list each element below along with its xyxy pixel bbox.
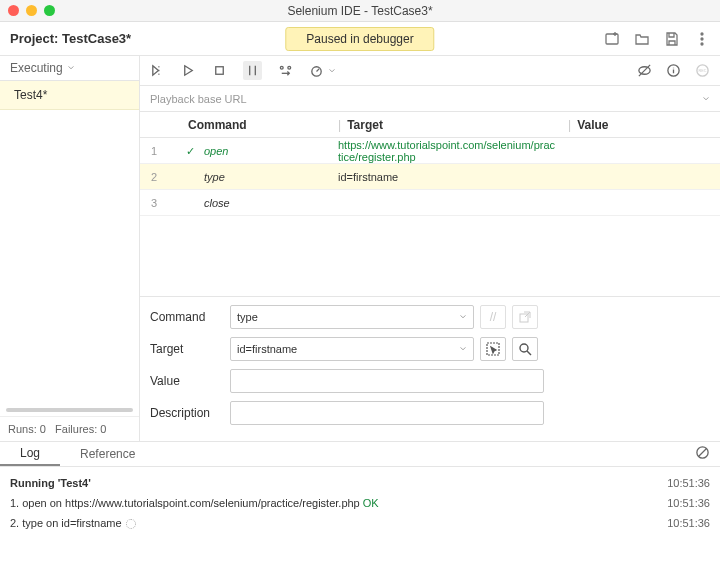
disable-breakpoints-icon[interactable] bbox=[637, 63, 652, 78]
speed-icon[interactable] bbox=[309, 63, 324, 78]
tab-log[interactable]: Log bbox=[0, 442, 60, 466]
chevron-down-icon bbox=[67, 64, 75, 72]
pause-icon[interactable] bbox=[243, 61, 262, 80]
chevron-down-icon bbox=[702, 95, 710, 103]
chevron-down-icon bbox=[328, 67, 336, 75]
svg-point-14 bbox=[520, 344, 528, 352]
steps-table: 1 ✓open https://www.tutorialspoint.com/s… bbox=[140, 138, 720, 216]
run-all-icon[interactable] bbox=[150, 63, 165, 78]
target-select[interactable]: id=firstname bbox=[230, 337, 474, 361]
project-label: Project: TestCase3* bbox=[10, 31, 131, 46]
description-label: Description bbox=[150, 406, 230, 420]
save-project-icon[interactable] bbox=[664, 31, 680, 47]
log-line: 2. type on id=firstname 10:51:36 bbox=[10, 513, 710, 533]
command-label: Command bbox=[150, 310, 230, 324]
log-line: Running 'Test4' 10:51:36 bbox=[10, 473, 710, 493]
chevron-down-icon bbox=[459, 313, 467, 321]
command-form: Command type // Target id=firstname bbox=[140, 296, 720, 441]
svg-point-2 bbox=[701, 38, 703, 40]
column-target: Target bbox=[347, 118, 383, 132]
maximize-window-button[interactable] bbox=[44, 5, 55, 16]
svg-point-5 bbox=[280, 66, 283, 69]
table-header: Command |Target |Value bbox=[140, 112, 720, 138]
test-item[interactable]: Test4* bbox=[0, 81, 139, 110]
toggle-comment-button[interactable]: // bbox=[480, 305, 506, 329]
run-icon[interactable] bbox=[181, 63, 196, 78]
toolbar: REC bbox=[140, 56, 720, 86]
more-menu-icon[interactable] bbox=[694, 31, 710, 47]
clear-log-icon[interactable] bbox=[695, 445, 710, 460]
value-label: Value bbox=[150, 374, 230, 388]
header: Project: TestCase3* Paused in debugger bbox=[0, 22, 720, 56]
executing-label: Executing bbox=[10, 61, 63, 75]
sidebar: Executing Test4* Runs: 0 Failures: 0 bbox=[0, 56, 140, 441]
select-target-button[interactable] bbox=[480, 337, 506, 361]
base-url-input[interactable]: Playback base URL bbox=[140, 86, 720, 112]
runs-count: Runs: 0 bbox=[8, 423, 46, 435]
tab-reference[interactable]: Reference bbox=[60, 442, 155, 466]
svg-text:REC: REC bbox=[699, 69, 707, 73]
step-row[interactable]: 2 type id=firstname bbox=[140, 164, 720, 190]
svg-rect-4 bbox=[216, 67, 224, 75]
window-title: Selenium IDE - TestCase3* bbox=[287, 4, 432, 18]
sidebar-scrollbar[interactable] bbox=[6, 408, 133, 412]
paused-badge: Paused in debugger bbox=[285, 27, 434, 51]
step-row[interactable]: 3 close bbox=[140, 190, 720, 216]
titlebar: Selenium IDE - TestCase3* bbox=[0, 0, 720, 22]
base-url-placeholder: Playback base URL bbox=[150, 93, 247, 105]
log-panel: Running 'Test4' 10:51:36 1. open on http… bbox=[0, 467, 720, 539]
stop-icon[interactable] bbox=[212, 63, 227, 78]
value-input[interactable] bbox=[230, 369, 544, 393]
find-target-button[interactable] bbox=[512, 337, 538, 361]
svg-point-1 bbox=[701, 33, 703, 35]
new-window-button[interactable] bbox=[512, 305, 538, 329]
log-line: 1. open on https://www.tutorialspoint.co… bbox=[10, 493, 710, 513]
minimize-window-button[interactable] bbox=[26, 5, 37, 16]
description-input[interactable] bbox=[230, 401, 544, 425]
svg-point-6 bbox=[288, 66, 291, 69]
new-project-icon[interactable] bbox=[604, 31, 620, 47]
svg-point-3 bbox=[701, 43, 703, 45]
executing-dropdown[interactable]: Executing bbox=[0, 56, 139, 81]
chevron-down-icon bbox=[459, 345, 467, 353]
command-select[interactable]: type bbox=[230, 305, 474, 329]
svg-point-7 bbox=[312, 67, 321, 76]
checkmark-icon: ✓ bbox=[186, 145, 195, 158]
log-tabs: Log Reference bbox=[0, 441, 720, 467]
info-icon[interactable] bbox=[666, 63, 681, 78]
close-window-button[interactable] bbox=[8, 5, 19, 16]
step-row[interactable]: 1 ✓open https://www.tutorialspoint.com/s… bbox=[140, 138, 720, 164]
failures-count: Failures: 0 bbox=[55, 423, 106, 435]
spinner-icon bbox=[126, 519, 136, 529]
main: REC Playback base URL Command |Target |V… bbox=[140, 56, 720, 441]
step-icon[interactable] bbox=[278, 63, 293, 78]
svg-rect-0 bbox=[606, 34, 618, 44]
target-label: Target bbox=[150, 342, 230, 356]
sidebar-footer: Runs: 0 Failures: 0 bbox=[0, 416, 139, 441]
open-project-icon[interactable] bbox=[634, 31, 650, 47]
column-value: Value bbox=[577, 118, 608, 132]
column-command: Command bbox=[168, 118, 338, 132]
record-icon[interactable]: REC bbox=[695, 63, 710, 78]
